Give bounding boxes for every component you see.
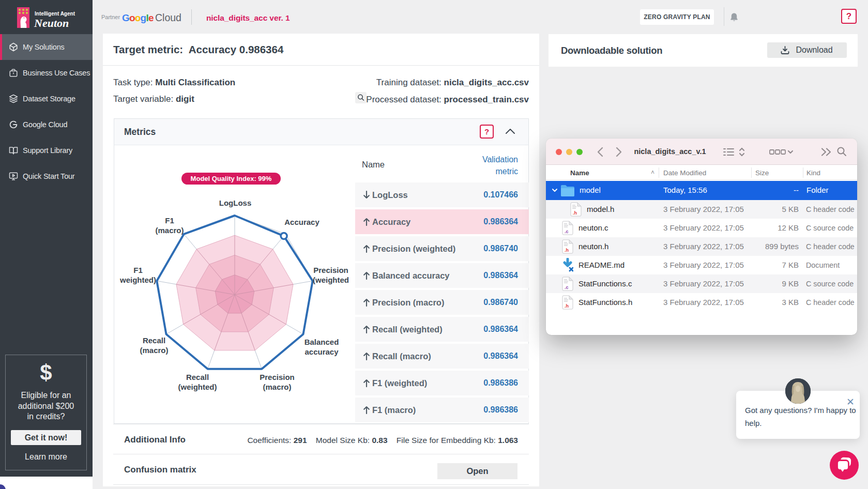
svg-text:.h: .h <box>565 248 569 253</box>
svg-text:.h: .h <box>565 303 569 309</box>
svg-text:.c: .c <box>565 285 569 290</box>
svg-text:.c: .c <box>565 229 569 234</box>
svg-text:.h: .h <box>573 210 577 216</box>
